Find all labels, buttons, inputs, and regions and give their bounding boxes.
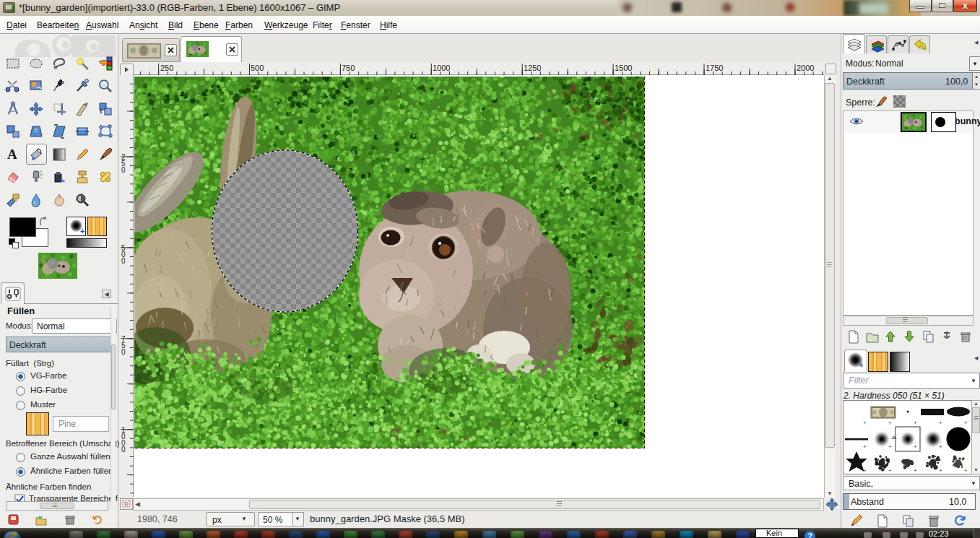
svg-text:0: 0 <box>121 446 126 454</box>
svg-text:0: 0 <box>121 257 126 265</box>
svg-text:+: + <box>914 420 917 426</box>
svg-text:1750: 1750 <box>706 64 723 72</box>
svg-text:250: 250 <box>160 64 173 72</box>
svg-text:+: + <box>914 467 917 474</box>
svg-text:0: 0 <box>121 166 126 174</box>
svg-text:1000: 1000 <box>433 64 450 72</box>
svg-text:0: 0 <box>121 348 126 356</box>
svg-text:+: + <box>964 467 968 474</box>
svg-text:1500: 1500 <box>615 64 632 72</box>
svg-text:+: + <box>888 467 892 474</box>
svg-text:2000: 2000 <box>797 64 814 72</box>
svg-text:500: 500 <box>251 64 264 72</box>
svg-text:1250: 1250 <box>524 64 541 72</box>
svg-text:+: + <box>964 420 968 426</box>
svg-text:+: + <box>863 420 867 426</box>
svg-text:+: + <box>888 420 892 426</box>
svg-text:750: 750 <box>342 64 355 72</box>
svg-text:+: + <box>939 420 942 426</box>
svg-text:+: + <box>863 443 867 450</box>
svg-text:+: + <box>939 467 942 474</box>
